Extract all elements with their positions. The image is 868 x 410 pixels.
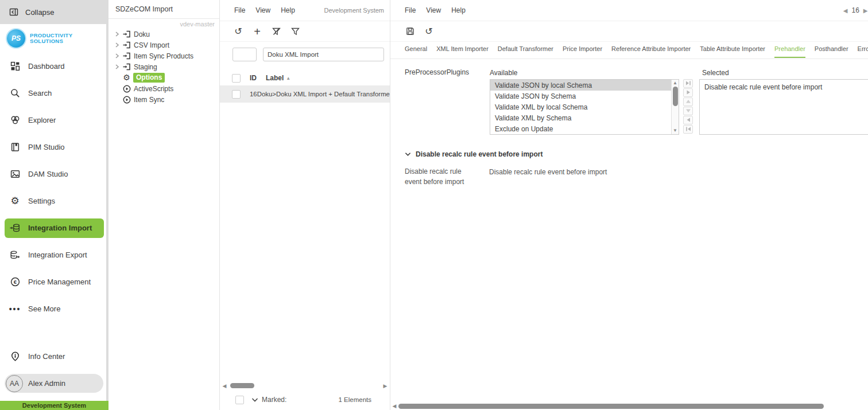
tree-item-item-sync-products[interactable]: Item Sync Products: [108, 50, 219, 61]
table-header: ID Label ▲: [220, 71, 390, 85]
menu-help[interactable]: Help: [281, 6, 295, 14]
menu-view[interactable]: View: [426, 6, 441, 14]
available-item[interactable]: Validate XML by Schema: [490, 113, 671, 124]
table-row[interactable]: 16 Doku>Doku XML Import + Default Transf…: [220, 85, 390, 103]
scroll-down-icon[interactable]: ▼: [673, 127, 677, 134]
expand-chevron-icon[interactable]: [114, 31, 122, 37]
pager-prev-icon[interactable]: ◀: [843, 7, 848, 14]
play-circle-icon: [122, 96, 131, 104]
scroll-right-icon[interactable]: ▶: [382, 383, 388, 389]
tree-item-csv-import[interactable]: CSV Import: [108, 40, 219, 50]
refresh-icon: ↺: [425, 27, 432, 36]
move-all-right-button[interactable]: [683, 79, 693, 88]
plugin-section-header[interactable]: Disable recalc rule event before import: [405, 150, 542, 158]
save-icon: [406, 27, 414, 36]
scroll-left-icon[interactable]: ◀: [222, 383, 227, 389]
add-button[interactable]: +: [252, 26, 262, 37]
sidebar-item-price-management[interactable]: € Price Management: [0, 268, 108, 295]
system-banner: Development System: [0, 401, 108, 410]
tree-item-label-selected: Options: [133, 73, 165, 83]
move-down-button[interactable]: [683, 107, 693, 115]
detail-menubar: File View Help ◀ 16 ▶: [390, 0, 868, 21]
available-list-scrollbar[interactable]: ▲ ▼: [671, 80, 679, 134]
move-right-button[interactable]: [683, 88, 693, 97]
list-horizontal-scrollbar[interactable]: ◀ ▶: [220, 382, 390, 389]
expand-chevron-icon[interactable]: [114, 53, 122, 59]
sidebar-item-see-more[interactable]: ••• See More: [0, 295, 108, 322]
move-up-button[interactable]: [683, 97, 693, 106]
menu-view[interactable]: View: [255, 6, 270, 14]
menu-file[interactable]: File: [234, 6, 245, 14]
column-header-id[interactable]: ID: [250, 74, 266, 82]
expand-chevron-icon[interactable]: [114, 64, 122, 70]
system-label: Development System: [324, 7, 384, 14]
available-item[interactable]: Validate JSON by Schema: [490, 91, 671, 101]
selected-item[interactable]: Disable recalc rule event before import: [700, 81, 868, 92]
selected-listbox[interactable]: Disable recalc rule event before import: [699, 79, 868, 135]
scrollbar-thumb[interactable]: [230, 383, 254, 388]
detail-tabs: General XML Item Importer Default Transf…: [390, 42, 868, 59]
available-listbox[interactable]: Validate JSON by local Schema Validate J…: [490, 79, 679, 135]
move-left-button[interactable]: [683, 116, 693, 124]
label-filter-input[interactable]: [263, 48, 384, 61]
tab-prehandler[interactable]: Prehandler: [774, 45, 805, 58]
selected-list-label: Selected: [702, 69, 729, 77]
filter-clear-icon: [272, 28, 281, 36]
gear-icon: ⚙: [9, 196, 21, 206]
sidebar-item-dam-studio[interactable]: DAM Studio: [0, 161, 108, 188]
scroll-left-icon[interactable]: ◀: [392, 403, 397, 409]
id-filter-input[interactable]: [232, 48, 257, 61]
move-all-left-icon: [685, 126, 691, 132]
tab-reference-attribute-importer[interactable]: Reference Attribute Importer: [611, 45, 691, 58]
select-all-checkbox[interactable]: [232, 74, 241, 83]
chevron-down-icon[interactable]: [251, 397, 258, 403]
available-list-label: Available: [490, 69, 517, 77]
detail-horizontal-scrollbar[interactable]: ◀ ▶: [392, 403, 868, 409]
sidebar-item-integration-export[interactable]: Integration Export: [0, 241, 108, 268]
brand-logo: PS PRODUCTIVITY SOLUTIONS: [0, 24, 108, 53]
user-menu[interactable]: AA Alex Admin: [5, 374, 103, 393]
sidebar-item-explorer[interactable]: Explorer: [0, 107, 108, 134]
available-item[interactable]: Validate XML by local Schema: [490, 101, 671, 112]
sidebar-item-info-center[interactable]: Info Center: [0, 343, 108, 370]
tab-errors[interactable]: Errors: [858, 45, 868, 58]
available-item[interactable]: Validate JSON by local Schema: [490, 80, 671, 91]
filter-button[interactable]: [290, 28, 300, 36]
sidebar-item-integration-import[interactable]: Integration Import: [5, 218, 104, 238]
tab-general[interactable]: General: [405, 45, 427, 58]
menu-help[interactable]: Help: [451, 6, 466, 14]
save-button[interactable]: [405, 27, 415, 36]
import-box-icon: [122, 63, 131, 71]
tab-xml-item-importer[interactable]: XML Item Importer: [436, 45, 489, 58]
tree-item-options[interactable]: ⚙ Options: [108, 72, 219, 83]
sidebar-item-dashboard[interactable]: Dashboard: [0, 53, 108, 80]
refresh-button[interactable]: ↺: [424, 27, 434, 36]
column-header-label[interactable]: Label: [266, 74, 284, 82]
tree-item-activescripts[interactable]: ActiveScripts: [108, 83, 219, 94]
scrollbar-thumb[interactable]: [398, 404, 824, 409]
tab-default-transformer[interactable]: Default Transformer: [498, 45, 553, 58]
move-all-left-button[interactable]: [683, 125, 693, 134]
scrollbar-thumb[interactable]: [673, 87, 678, 106]
refresh-button[interactable]: ↺: [233, 27, 243, 36]
refresh-icon: ↺: [234, 27, 242, 36]
clear-filter-button[interactable]: [271, 28, 281, 36]
tree-item-staging[interactable]: Staging: [108, 61, 219, 72]
tree-item-item-sync[interactable]: Item Sync: [108, 94, 219, 105]
available-item[interactable]: Exclude on Update: [490, 124, 671, 134]
tab-table-attribute-importer[interactable]: Table Attribute Importer: [700, 45, 765, 58]
marked-checkbox[interactable]: [235, 396, 244, 404]
scroll-up-icon[interactable]: ▲: [673, 80, 677, 87]
expand-chevron-icon[interactable]: [114, 42, 122, 48]
collapse-button[interactable]: Collapse: [0, 0, 108, 24]
sidebar-item-search[interactable]: Search: [0, 80, 108, 107]
tree-item-doku[interactable]: Doku: [108, 29, 219, 40]
sidebar-item-settings[interactable]: ⚙ Settings: [0, 188, 108, 214]
sort-asc-icon: ▲: [286, 76, 290, 81]
row-checkbox[interactable]: [232, 90, 241, 99]
pager-next-icon[interactable]: ▶: [863, 7, 868, 14]
menu-file[interactable]: File: [405, 6, 416, 14]
sidebar-item-pim-studio[interactable]: PIM Studio: [0, 134, 108, 161]
tab-posthandler[interactable]: Posthandler: [815, 45, 848, 58]
tab-price-importer[interactable]: Price Importer: [563, 45, 602, 58]
